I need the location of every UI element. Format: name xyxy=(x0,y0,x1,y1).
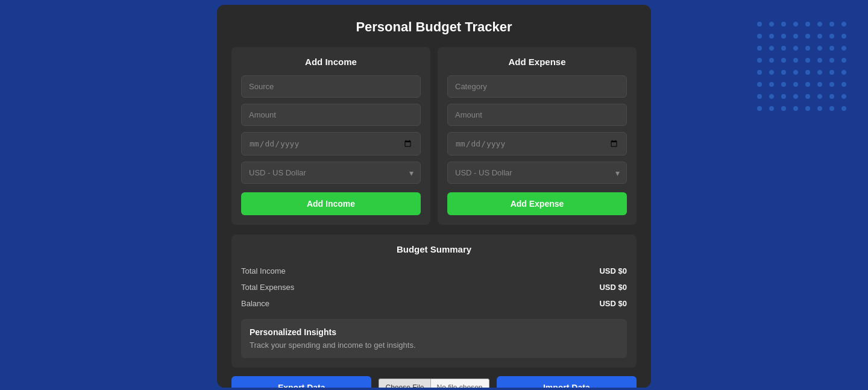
total-income-value: USD $0 xyxy=(599,266,627,275)
svg-point-19 xyxy=(793,46,798,51)
svg-point-21 xyxy=(817,46,822,51)
income-source-input[interactable] xyxy=(241,75,421,98)
svg-point-40 xyxy=(757,82,762,87)
svg-point-63 xyxy=(841,106,846,111)
add-expense-button[interactable]: Add Expense xyxy=(447,192,627,215)
svg-point-37 xyxy=(817,70,822,75)
expense-currency-wrapper: USD - US Dollar EUR - Euro GBP - British… xyxy=(447,162,627,184)
svg-point-27 xyxy=(793,58,798,63)
svg-point-17 xyxy=(769,46,774,51)
svg-point-0 xyxy=(757,22,762,27)
svg-point-11 xyxy=(793,34,798,39)
svg-point-9 xyxy=(769,34,774,39)
add-income-button[interactable]: Add Income xyxy=(241,192,421,215)
balance-row: Balance USD $0 xyxy=(241,295,627,312)
svg-point-50 xyxy=(781,94,786,99)
total-expenses-row: Total Expenses USD $0 xyxy=(241,279,627,295)
svg-point-36 xyxy=(805,70,810,75)
footer-row: Export Data Choose File No file chosen I… xyxy=(231,376,637,388)
budget-summary-card: Budget Summary Total Income USD $0 Total… xyxy=(231,234,637,368)
total-income-label: Total Income xyxy=(241,266,286,275)
svg-point-5 xyxy=(817,22,822,27)
svg-point-47 xyxy=(841,82,846,87)
svg-point-52 xyxy=(805,94,810,99)
svg-point-39 xyxy=(841,70,846,75)
svg-point-49 xyxy=(769,94,774,99)
svg-point-13 xyxy=(817,34,822,39)
svg-point-51 xyxy=(793,94,798,99)
total-expenses-value: USD $0 xyxy=(599,283,627,292)
income-form-title: Add Income xyxy=(241,57,421,67)
svg-point-26 xyxy=(781,58,786,63)
expense-amount-input[interactable] xyxy=(447,104,627,126)
svg-point-60 xyxy=(805,106,810,111)
svg-point-38 xyxy=(829,70,834,75)
insights-text: Track your spending and income to get in… xyxy=(250,341,618,350)
svg-point-61 xyxy=(817,106,822,111)
svg-point-4 xyxy=(805,22,810,27)
no-file-chosen-text: No file chosen xyxy=(430,379,489,388)
svg-point-29 xyxy=(817,58,822,63)
main-container: Personal Budget Tracker Add Income USD -… xyxy=(217,5,651,388)
svg-point-59 xyxy=(793,106,798,111)
svg-point-45 xyxy=(817,82,822,87)
svg-point-33 xyxy=(769,70,774,75)
svg-point-25 xyxy=(769,58,774,63)
svg-point-32 xyxy=(757,70,762,75)
svg-point-8 xyxy=(757,34,762,39)
svg-point-23 xyxy=(841,46,846,51)
svg-point-55 xyxy=(841,94,846,99)
svg-point-35 xyxy=(793,70,798,75)
import-button[interactable]: Import Data xyxy=(497,376,637,388)
insights-title: Personalized Insights xyxy=(250,327,618,337)
svg-point-30 xyxy=(829,58,834,63)
svg-point-56 xyxy=(757,106,762,111)
svg-point-42 xyxy=(781,82,786,87)
svg-point-57 xyxy=(769,106,774,111)
income-amount-input[interactable] xyxy=(241,104,421,126)
svg-point-54 xyxy=(829,94,834,99)
svg-point-22 xyxy=(829,46,834,51)
expense-currency-select[interactable]: USD - US Dollar EUR - Euro GBP - British… xyxy=(447,162,627,184)
expense-form-card: Add Expense USD - US Dollar EUR - Euro G… xyxy=(438,47,637,225)
svg-point-14 xyxy=(829,34,834,39)
svg-point-12 xyxy=(805,34,810,39)
svg-point-1 xyxy=(769,22,774,27)
svg-point-53 xyxy=(817,94,822,99)
app-title: Personal Budget Tracker xyxy=(231,19,637,35)
svg-point-7 xyxy=(841,22,846,27)
svg-point-34 xyxy=(781,70,786,75)
svg-point-44 xyxy=(805,82,810,87)
svg-point-58 xyxy=(781,106,786,111)
expense-category-input[interactable] xyxy=(447,75,627,98)
total-income-row: Total Income USD $0 xyxy=(241,263,627,279)
svg-point-62 xyxy=(829,106,834,111)
svg-point-20 xyxy=(805,46,810,51)
svg-point-15 xyxy=(841,34,846,39)
expense-date-input[interactable] xyxy=(447,132,627,156)
balance-value: USD $0 xyxy=(599,299,627,308)
export-button[interactable]: Export Data xyxy=(231,376,371,388)
balance-label: Balance xyxy=(241,299,269,308)
svg-point-48 xyxy=(757,94,762,99)
total-expenses-label: Total Expenses xyxy=(241,283,294,292)
svg-point-2 xyxy=(781,22,786,27)
income-date-input[interactable] xyxy=(241,132,421,156)
choose-file-label[interactable]: Choose File xyxy=(379,379,430,388)
svg-point-43 xyxy=(793,82,798,87)
svg-point-3 xyxy=(793,22,798,27)
svg-point-28 xyxy=(805,58,810,63)
svg-point-46 xyxy=(829,82,834,87)
svg-point-6 xyxy=(829,22,834,27)
svg-point-16 xyxy=(757,46,762,51)
svg-point-31 xyxy=(841,58,846,63)
svg-point-41 xyxy=(769,82,774,87)
income-currency-select[interactable]: USD - US Dollar EUR - Euro GBP - British… xyxy=(241,162,421,184)
income-form-card: Add Income USD - US Dollar EUR - Euro GB… xyxy=(231,47,430,225)
budget-summary-title: Budget Summary xyxy=(241,244,627,254)
svg-point-24 xyxy=(757,58,762,63)
svg-point-18 xyxy=(781,46,786,51)
income-currency-wrapper: USD - US Dollar EUR - Euro GBP - British… xyxy=(241,162,421,184)
insights-card: Personalized Insights Track your spendin… xyxy=(241,319,627,358)
forms-row: Add Income USD - US Dollar EUR - Euro GB… xyxy=(231,47,637,225)
